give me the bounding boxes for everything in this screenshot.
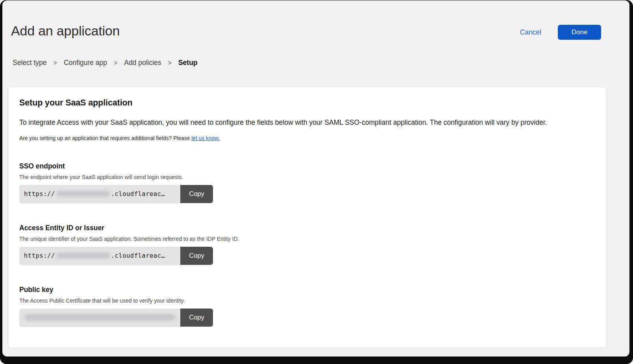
field-label: SSO endpoint [19, 162, 594, 170]
header-actions: Cancel Done [520, 25, 601, 40]
breadcrumb-step-add-policies[interactable]: Add policies [124, 59, 161, 67]
breadcrumb-step-configure-app[interactable]: Configure app [64, 59, 107, 67]
screenshot-frame: Add an application Cancel Done Select ty… [0, 0, 633, 364]
breadcrumb: Select type > Configure app > Add polici… [13, 59, 629, 67]
done-button[interactable]: Done [558, 25, 601, 40]
field-label: Access Entity ID or Issuer [19, 224, 594, 232]
entity-id-field: https://.cloudflareac… Copy [19, 247, 213, 265]
page-header: Add an application Cancel Done [2, 0, 629, 40]
setup-card: Setup your SaaS application To integrate… [8, 87, 607, 348]
cancel-button[interactable]: Cancel [520, 28, 541, 37]
breadcrumb-separator: > [114, 59, 117, 67]
code-value: https://.cloudflareac… [19, 247, 180, 265]
breadcrumb-step-setup: Setup [178, 59, 198, 67]
code-value-suffix: .cloudflareac… [111, 252, 165, 259]
copy-button[interactable]: Copy [180, 309, 213, 327]
public-key-field: Copy [19, 309, 213, 327]
code-value: https://.cloudflareac… [19, 185, 180, 203]
sso-endpoint-field: https://.cloudflareac… Copy [19, 185, 213, 203]
card-note-text: Are you setting up an application that r… [19, 135, 191, 141]
redacted-value [56, 253, 110, 259]
let-us-know-link[interactable]: let us know. [191, 135, 220, 141]
field-description: The endpoint where your SaaS application… [19, 174, 594, 180]
page-title: Add an application [11, 23, 120, 39]
breadcrumb-separator: > [168, 59, 172, 67]
copy-button[interactable]: Copy [180, 247, 213, 265]
field-group-sso-endpoint: SSO endpoint The endpoint where your Saa… [19, 162, 594, 203]
field-label: Public key [19, 286, 594, 294]
app-page: Add an application Cancel Done Select ty… [2, 0, 629, 357]
code-value-prefix: https:// [24, 190, 55, 198]
card-note: Are you setting up an application that r… [19, 135, 594, 141]
field-description: The unique identifier of your SaaS appli… [19, 236, 594, 242]
code-value-suffix: .cloudflareac… [111, 190, 165, 198]
card-title: Setup your SaaS application [19, 98, 594, 108]
field-description: The Access Public Certificate that will … [19, 297, 594, 304]
card-intro-text: To integrate Access with your SaaS appli… [19, 118, 594, 127]
redacted-value [56, 191, 110, 197]
field-group-public-key: Public key The Access Public Certificate… [19, 286, 594, 327]
breadcrumb-step-select-type[interactable]: Select type [13, 59, 47, 67]
redacted-value [25, 314, 175, 321]
code-value [19, 309, 180, 327]
breadcrumb-separator: > [54, 59, 57, 67]
code-value-prefix: https:// [24, 252, 55, 259]
copy-button[interactable]: Copy [180, 185, 213, 203]
field-group-entity-id: Access Entity ID or Issuer The unique id… [19, 224, 594, 265]
